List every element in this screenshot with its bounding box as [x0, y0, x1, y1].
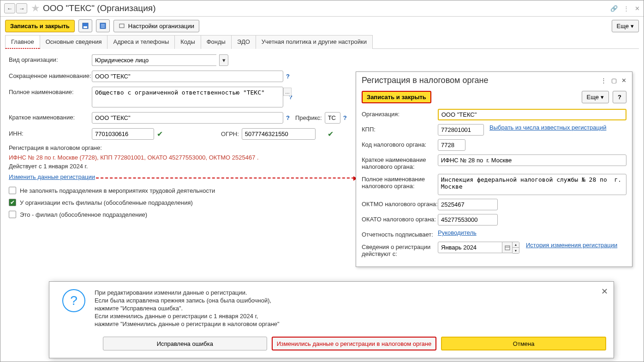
check-icon: ✔	[157, 130, 163, 138]
panel-okato-label: ОКАТО налогового органа:	[362, 214, 438, 223]
panel-kpp-label: КПП:	[362, 124, 438, 133]
tab-edo[interactable]: ЭДО	[231, 35, 256, 49]
expand-button[interactable]: …	[283, 88, 292, 96]
brief-name-input[interactable]	[92, 112, 283, 124]
more-icon[interactable]: ⋮	[623, 5, 629, 12]
org-type-label: Вид организации:	[9, 54, 92, 63]
panel-full-tax-label: Полное наименование налогового органа:	[362, 174, 438, 190]
help-icon[interactable]: ?	[343, 114, 347, 121]
back-button[interactable]: ←	[4, 3, 15, 13]
org-settings-button[interactable]: Настройки организации	[113, 20, 199, 32]
panel-org-label: Организация:	[362, 109, 438, 118]
more-button[interactable]: Еще ▾	[612, 20, 639, 32]
full-name-input[interactable]	[92, 87, 283, 107]
panel-title: Регистрация в налоговом органе	[362, 76, 601, 85]
panel-okato-input[interactable]	[438, 214, 498, 226]
data-changed-button[interactable]: Изменились данные о регистрации в налого…	[272, 337, 437, 350]
svg-rect-6	[119, 24, 124, 28]
dialog-line: Если изменились данные о регистрации с 1…	[95, 313, 280, 320]
close-icon[interactable]: ✕	[635, 5, 640, 12]
confirm-dialog: ✕ ? При редактировании изменили данные о…	[49, 281, 614, 358]
title-bar: ← → ★ ООО "ТЕКС" (Организация) 🔗 ⋮ ✕	[0, 0, 644, 17]
inn-label: ИНН:	[9, 128, 92, 137]
error-fixed-button[interactable]: Исправлена ошибка	[103, 337, 267, 350]
inn-input[interactable]	[92, 128, 154, 140]
short-name-input[interactable]	[92, 71, 283, 82]
ogrn-input[interactable]	[242, 128, 316, 140]
is-branch-label: Это - филиал (обособленное подразделение…	[20, 211, 147, 218]
brief-name-label: Краткое наименование:	[9, 112, 92, 121]
dialog-close-icon[interactable]: ✕	[601, 286, 608, 297]
dialog-line: нажмите "Изменились данные о регистрации…	[95, 320, 280, 327]
panel-org-input[interactable]	[438, 109, 626, 120]
prefix-label: Префикс:	[295, 114, 322, 121]
tabs: Главное Основные сведения Адреса и телеф…	[0, 35, 644, 49]
panel-maximize-icon[interactable]: ▢	[611, 77, 617, 84]
spin-down[interactable]: ▼	[513, 248, 519, 253]
panel-code-input[interactable]	[438, 139, 465, 151]
no-subdiv-checkbox[interactable]	[9, 187, 16, 194]
panel-help-button[interactable]: ?	[613, 91, 626, 103]
help-icon[interactable]: ?	[286, 73, 290, 80]
full-name-label: Полное наименование:	[9, 87, 92, 95]
tab-policy[interactable]: Учетная политика и другие настройки	[256, 35, 373, 49]
panel-signer-label: Отчетность подписывает:	[362, 229, 438, 238]
org-type-select[interactable]	[92, 54, 216, 66]
panel-more-button[interactable]: Еще ▾	[582, 91, 609, 103]
tab-basic[interactable]: Основные сведения	[40, 35, 108, 49]
no-subdiv-label: Не заполнять подразделения в мероприятия…	[20, 187, 215, 194]
help-icon[interactable]: ?	[286, 114, 290, 121]
forward-button[interactable]: →	[16, 3, 27, 13]
main-toolbar: Записать и закрыть Настройки организации…	[0, 17, 644, 35]
link-icon[interactable]: 🔗	[610, 5, 618, 12]
change-registration-link[interactable]: Изменить данные регистрации	[9, 173, 95, 180]
favorite-icon[interactable]: ★	[31, 2, 40, 14]
list-button[interactable]	[96, 19, 110, 32]
prefix-input[interactable]	[325, 112, 340, 124]
svg-rect-7	[505, 246, 510, 250]
panel-valid-input[interactable]	[438, 242, 502, 253]
panel-valid-label: Сведения о регистрации действуют с:	[362, 242, 438, 257]
dialog-line: При редактировании изменили данные о рег…	[95, 289, 280, 296]
tab-main[interactable]: Главное	[5, 35, 40, 49]
panel-full-tax-input[interactable]	[438, 174, 626, 195]
tab-funds[interactable]: Фонды	[201, 35, 232, 49]
tab-address[interactable]: Адреса и телефоны	[107, 35, 175, 49]
registration-panel: Регистрация в налоговом органе ⋮ ▢ ✕ Зап…	[356, 71, 632, 267]
has-branches-checkbox[interactable]: ✔	[9, 199, 16, 206]
panel-save-close-button[interactable]: Записать и закрыть	[362, 91, 431, 103]
panel-oktmo-input[interactable]	[438, 199, 498, 210]
panel-close-icon[interactable]: ✕	[621, 77, 626, 84]
page-title: ООО "ТЕКС" (Организация)	[43, 3, 610, 13]
cancel-button[interactable]: Отмена	[441, 337, 606, 350]
calendar-icon[interactable]	[502, 242, 513, 253]
panel-more-icon[interactable]: ⋮	[601, 77, 607, 84]
known-reg-link[interactable]: Выбрать из числа известных регистраций	[489, 124, 606, 131]
panel-oktmo-label: ОКТМО налогового органа:	[362, 199, 438, 208]
question-icon: ?	[62, 289, 85, 312]
signer-link[interactable]: Руководитель	[438, 229, 477, 236]
short-name-label: Сокращенное наименование:	[9, 71, 92, 79]
spin-up[interactable]: ▲	[513, 242, 519, 248]
panel-short-tax-input[interactable]	[438, 154, 626, 166]
arrow-annotation	[96, 178, 354, 178]
ogrn-label: ОГРН:	[221, 131, 239, 137]
dialog-line: нажмите "Исправлена ошибка".	[95, 305, 280, 312]
save-button[interactable]	[78, 19, 92, 32]
panel-short-tax-label: Краткое наименование налогового органа:	[362, 154, 438, 170]
panel-kpp-input[interactable]	[438, 124, 484, 136]
dialog-line: Если была исправлена прежняя запись (она…	[95, 297, 280, 304]
panel-code-label: Код налогового органа:	[362, 139, 438, 148]
save-close-button[interactable]: Записать и закрыть	[5, 20, 75, 32]
history-link[interactable]: История изменения регистрации	[526, 242, 617, 249]
has-branches-label: У организации есть филиалы (обособленные…	[20, 199, 193, 206]
is-branch-checkbox[interactable]	[9, 211, 16, 218]
svg-rect-1	[83, 26, 87, 28]
tab-codes[interactable]: Коды	[174, 35, 201, 49]
check-icon: ✔	[328, 130, 334, 138]
org-type-dropdown[interactable]: ▾	[219, 54, 228, 66]
